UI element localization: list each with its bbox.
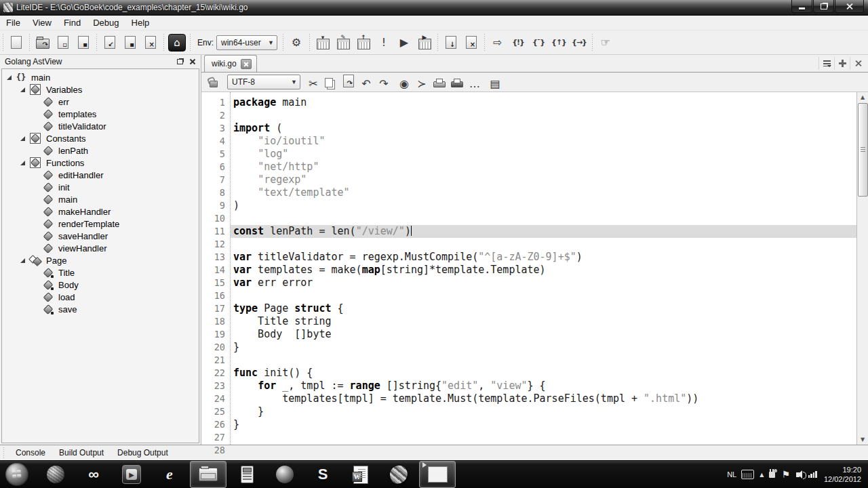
- lock-icon[interactable]: [210, 81, 218, 87]
- code-line[interactable]: func main() {: [231, 444, 856, 445]
- network-signal-icon[interactable]: [808, 471, 817, 478]
- export-output-button[interactable]: ↓: [441, 33, 460, 52]
- tree-item-savehandler[interactable]: saveHandler: [2, 230, 199, 242]
- tree-item-err[interactable]: err: [2, 96, 199, 108]
- taskbar-item-paint[interactable]: [381, 462, 416, 487]
- revert-file-button[interactable]: ↙: [100, 33, 119, 52]
- tree-item-rendertemplate[interactable]: renderTemplate: [2, 218, 199, 230]
- taskbar-item-globe[interactable]: [38, 462, 73, 487]
- pan-button[interactable]: ☞: [596, 33, 615, 52]
- code-line[interactable]: type Page struct {: [231, 302, 856, 315]
- tree-item-page[interactable]: Page: [2, 254, 199, 266]
- code-line[interactable]: }: [231, 405, 856, 418]
- taskbar-item-skype[interactable]: S: [305, 462, 340, 487]
- code-line[interactable]: ): [231, 199, 856, 212]
- tree-item-main[interactable]: main: [2, 193, 199, 205]
- debug-run-button[interactable]: ▶: [415, 33, 434, 52]
- expander-icon[interactable]: [20, 136, 25, 141]
- minimize-button[interactable]: [791, 0, 812, 13]
- code-line[interactable]: [231, 354, 856, 367]
- tree-item-edithandler[interactable]: editHandler: [2, 169, 199, 181]
- output-tab-debug-output[interactable]: Debug Output: [111, 446, 175, 460]
- tree-item-save[interactable]: save: [2, 303, 199, 315]
- taskbar-item-word[interactable]: W: [343, 462, 378, 487]
- tree-item-constants[interactable]: Constants: [2, 132, 199, 144]
- build-file-button[interactable]: ✎: [334, 33, 353, 52]
- taskbar-item-calculator[interactable]: [229, 462, 264, 487]
- open-file-button[interactable]: ▫: [54, 33, 73, 52]
- clock[interactable]: 19:20 12/02/2012: [824, 465, 861, 484]
- brace-right-button[interactable]: {→}: [570, 33, 589, 52]
- editor-scrollbar[interactable]: ▲ ▼: [856, 92, 868, 445]
- tab-wiki-go[interactable]: wiki.go: [204, 55, 257, 72]
- options-button[interactable]: ⚙: [287, 33, 306, 52]
- tree-item-templates[interactable]: templates: [2, 108, 199, 120]
- print-button[interactable]: [431, 74, 448, 90]
- start-button[interactable]: [5, 463, 28, 486]
- new-file-button[interactable]: [7, 33, 26, 52]
- tree-item-variables[interactable]: Variables: [2, 83, 199, 96]
- copy-button[interactable]: [322, 75, 340, 92]
- restore-button[interactable]: [813, 0, 834, 13]
- menu-help[interactable]: Help: [125, 16, 156, 29]
- tree-item-title[interactable]: Title: [2, 266, 199, 279]
- tab-list-button[interactable]: [818, 57, 834, 70]
- panel-float-button[interactable]: [174, 57, 185, 66]
- save-all-button[interactable]: ▪: [121, 33, 140, 52]
- taskbar-item-infinity[interactable]: ∞: [76, 462, 111, 487]
- lint-button[interactable]: !: [374, 33, 393, 52]
- tree-item-viewhandler[interactable]: viewHandler: [2, 242, 199, 254]
- word-wrap-button[interactable]: ▤: [486, 75, 504, 92]
- code-line[interactable]: var titleValidator = regexp.MustCompile(…: [231, 251, 856, 264]
- output-tab-console[interactable]: Console: [9, 446, 52, 460]
- jump-forward-button[interactable]: ⇨: [488, 33, 507, 52]
- expander-icon[interactable]: [20, 161, 25, 165]
- code-line[interactable]: [231, 238, 856, 251]
- tree-item-makehandler[interactable]: makeHandler: [2, 205, 199, 218]
- scroll-down-button[interactable]: ▼: [857, 434, 868, 445]
- speaker-icon[interactable]: [796, 472, 800, 477]
- code-line[interactable]: Body []byte: [231, 328, 856, 341]
- expander-icon[interactable]: [20, 258, 25, 263]
- encoding-select[interactable]: UTF-8 ▼: [227, 75, 300, 89]
- tree-item-main[interactable]: {}main: [2, 71, 199, 83]
- code-line[interactable]: templates[tmpl] = template.Must(template…: [231, 392, 856, 405]
- menu-view[interactable]: View: [26, 16, 58, 29]
- taskbar-item-firefox[interactable]: [267, 462, 302, 487]
- output-tab-build-output[interactable]: Build Output: [52, 446, 111, 460]
- install-button[interactable]: ↑: [354, 33, 373, 52]
- chevron-up-icon[interactable]: ▲: [760, 472, 764, 478]
- clear-output-button[interactable]: ×: [462, 33, 481, 52]
- code-line[interactable]: [231, 289, 856, 302]
- close-editor-button[interactable]: [850, 57, 865, 70]
- code-editor[interactable]: 1234567891011121314151617181920212223242…: [201, 92, 868, 445]
- undo-button[interactable]: ↶: [357, 75, 375, 92]
- taskbar-item-internet-explorer[interactable]: e: [152, 462, 187, 487]
- tree-item-load[interactable]: load: [2, 291, 199, 303]
- record-macro-button[interactable]: ◉: [395, 75, 413, 92]
- brace-up-button[interactable]: {↑}: [549, 33, 568, 52]
- cut-button[interactable]: ✂: [304, 75, 322, 92]
- code-line[interactable]: [231, 431, 856, 444]
- expander-icon[interactable]: [20, 87, 25, 92]
- code-line[interactable]: "io/ioutil": [231, 135, 856, 148]
- new-tab-button[interactable]: [834, 57, 850, 70]
- redo-button[interactable]: ↷: [375, 75, 393, 92]
- code-line[interactable]: Title string: [231, 315, 856, 328]
- close-button[interactable]: [835, 0, 864, 13]
- tab-close-button[interactable]: [241, 59, 252, 69]
- code-line[interactable]: }: [231, 341, 856, 354]
- safely-remove-icon[interactable]: [769, 472, 775, 478]
- tree-item-functions[interactable]: Functions: [2, 157, 199, 169]
- code-line[interactable]: [231, 212, 856, 225]
- brace-check-button[interactable]: {!}: [509, 33, 528, 52]
- home-button[interactable]: ⌂: [167, 33, 186, 52]
- current-code-line[interactable]: const lenPath = len("/view/"): [231, 225, 856, 238]
- code-line[interactable]: "net/http": [231, 161, 856, 174]
- menu-file[interactable]: File: [0, 16, 26, 29]
- panel-close-button[interactable]: [187, 57, 198, 66]
- close-file-button[interactable]: ×: [141, 33, 160, 52]
- save-file-button[interactable]: ▪: [74, 33, 93, 52]
- run-button[interactable]: ▶: [395, 33, 414, 52]
- more-button[interactable]: …: [466, 75, 484, 92]
